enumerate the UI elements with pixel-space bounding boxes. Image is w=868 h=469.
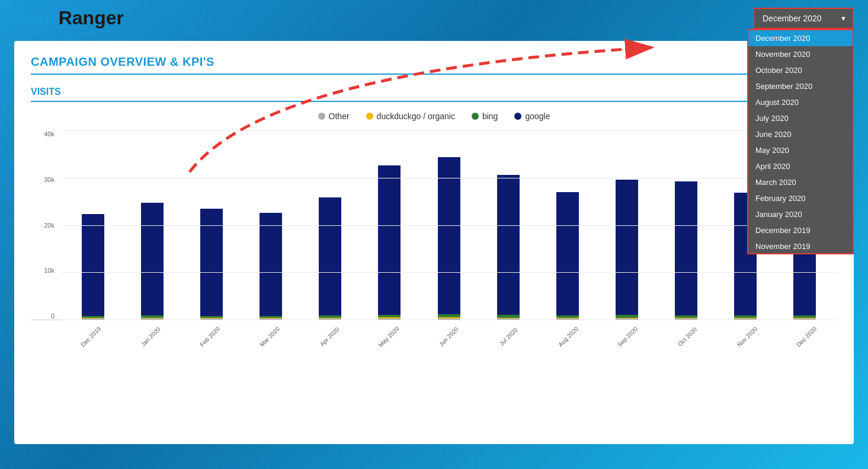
header-right: December 2020 December 2020November 2020… bbox=[753, 8, 854, 29]
dropdown-option[interactable]: April 2020 bbox=[748, 158, 853, 174]
y-axis-label: 30k bbox=[31, 176, 55, 183]
bar-segment-other bbox=[260, 318, 282, 320]
dropdown-option[interactable]: January 2020 bbox=[748, 206, 853, 222]
bar-stack bbox=[438, 157, 460, 320]
bar-segment-google bbox=[200, 209, 223, 316]
bar-segment-other bbox=[378, 318, 401, 320]
legend-item: bing bbox=[472, 111, 498, 121]
bar-group bbox=[421, 157, 476, 320]
legend-label: duckduckgo / organic bbox=[377, 111, 455, 121]
x-axis-label: Jul 2020 bbox=[486, 315, 531, 359]
dropdown-option[interactable]: November 2019 bbox=[748, 238, 853, 254]
campaign-divider bbox=[31, 74, 837, 75]
logo-ranger: Ranger bbox=[59, 7, 124, 28]
legend-color bbox=[366, 113, 373, 120]
y-gridline bbox=[60, 320, 837, 320]
x-axis-label: Sep 2020 bbox=[606, 315, 650, 359]
bar-segment-other bbox=[675, 318, 697, 320]
bar-segment-google bbox=[556, 192, 579, 315]
bar-segment-google bbox=[378, 165, 401, 315]
bar-segment-other bbox=[556, 318, 579, 320]
visits-divider bbox=[31, 101, 837, 102]
y-axis: 010k20k30k40k bbox=[31, 130, 55, 320]
x-axis-label: Dec 2020 bbox=[784, 315, 829, 359]
dropdown-option[interactable]: March 2020 bbox=[748, 174, 853, 190]
y-axis-label: 40k bbox=[31, 130, 55, 138]
legend-label: google bbox=[525, 111, 550, 121]
logo: RankRanger bbox=[14, 7, 124, 29]
bar-segment-other bbox=[319, 318, 341, 320]
x-axis-label: Nov 2020 bbox=[725, 315, 769, 359]
legend-color bbox=[514, 113, 521, 120]
bar-group bbox=[65, 214, 121, 320]
dropdown-option[interactable]: December 2019 bbox=[748, 222, 853, 238]
y-axis-label: 10k bbox=[31, 267, 55, 274]
x-axis-label: Jun 2020 bbox=[427, 315, 471, 359]
x-axis-label: Dec 2019 bbox=[69, 315, 113, 359]
bar-segment-google bbox=[438, 157, 460, 315]
bar-group bbox=[658, 181, 714, 320]
bar-segment-google bbox=[497, 175, 520, 315]
legend-item: duckduckgo / organic bbox=[366, 111, 455, 121]
bar-group bbox=[599, 180, 655, 320]
x-axis-label: Aug 2020 bbox=[546, 315, 590, 359]
bar-segment-other bbox=[616, 318, 638, 320]
x-axis-label: May 2020 bbox=[367, 315, 411, 359]
bar-stack bbox=[141, 203, 164, 320]
bar-segment-google bbox=[319, 197, 341, 315]
bar-segment-other bbox=[141, 318, 164, 320]
bar-segment-google bbox=[616, 180, 638, 315]
bar-stack bbox=[616, 180, 638, 320]
bar-segment-other bbox=[497, 318, 520, 320]
x-axis-label: Jan 2020 bbox=[129, 315, 173, 359]
dropdown-option[interactable]: October 2020 bbox=[748, 62, 853, 78]
bar-stack bbox=[556, 192, 579, 320]
bar-segment-other bbox=[793, 318, 816, 320]
header: RankRanger December 2020 December 2020No… bbox=[0, 0, 868, 36]
legend-item: google bbox=[514, 111, 550, 121]
dropdown-option[interactable]: August 2020 bbox=[748, 94, 853, 110]
bar-stack bbox=[82, 214, 104, 320]
bar-segment-google bbox=[260, 213, 282, 316]
bar-group bbox=[540, 192, 595, 320]
dropdown-option[interactable]: May 2020 bbox=[748, 142, 853, 158]
legend-color bbox=[472, 113, 479, 120]
bar-group bbox=[481, 175, 536, 320]
main-card: CAMPAIGN OVERVIEW & KPI'S VISITS Otherdu… bbox=[14, 41, 854, 444]
x-labels: Dec 2019Jan 2020Feb 2020Mar 2020Apr 2020… bbox=[31, 323, 837, 341]
legend-item: Other bbox=[318, 111, 350, 121]
dropdown-option[interactable]: November 2020 bbox=[748, 46, 853, 62]
legend-label: Other bbox=[329, 111, 350, 121]
bar-group bbox=[184, 209, 239, 320]
bar-segment-other bbox=[82, 318, 104, 320]
bar-segment-google bbox=[141, 203, 164, 315]
bar-stack bbox=[319, 197, 341, 320]
x-axis-label: Mar 2020 bbox=[248, 315, 292, 359]
dropdown-option[interactable]: June 2020 bbox=[748, 126, 853, 142]
y-axis-label: 0 bbox=[31, 312, 55, 320]
dropdown-option[interactable]: December 2020 bbox=[748, 30, 853, 46]
bar-stack bbox=[260, 213, 282, 320]
bar-stack bbox=[378, 165, 401, 320]
bar-segment-other bbox=[200, 318, 223, 320]
dropdown-option[interactable]: July 2020 bbox=[748, 110, 853, 126]
month-dropdown-wrapper: December 2020 December 2020November 2020… bbox=[753, 8, 854, 29]
bar-group bbox=[302, 197, 358, 320]
bar-segment-google bbox=[675, 181, 697, 315]
bar-segment-google bbox=[82, 214, 104, 316]
month-dropdown-button[interactable]: December 2020 bbox=[753, 8, 854, 29]
bar-group bbox=[243, 213, 299, 320]
legend-label: bing bbox=[482, 111, 498, 121]
bar-group bbox=[361, 165, 417, 320]
y-axis-label: 20k bbox=[31, 222, 55, 229]
chart-legend: Otherduckduckgo / organicbinggoogle bbox=[31, 111, 837, 121]
dropdown-option[interactable]: September 2020 bbox=[748, 78, 853, 94]
logo-rank: Rank bbox=[14, 7, 59, 28]
dropdown-option[interactable]: February 2020 bbox=[748, 190, 853, 206]
visits-title: VISITS bbox=[31, 87, 837, 97]
campaign-title: CAMPAIGN OVERVIEW & KPI'S bbox=[31, 55, 837, 69]
bar-group bbox=[124, 203, 180, 320]
bar-segment-other bbox=[734, 318, 757, 320]
x-axis-label: Oct 2020 bbox=[665, 315, 710, 359]
month-dropdown-list[interactable]: December 2020November 2020October 2020Se… bbox=[747, 29, 854, 254]
